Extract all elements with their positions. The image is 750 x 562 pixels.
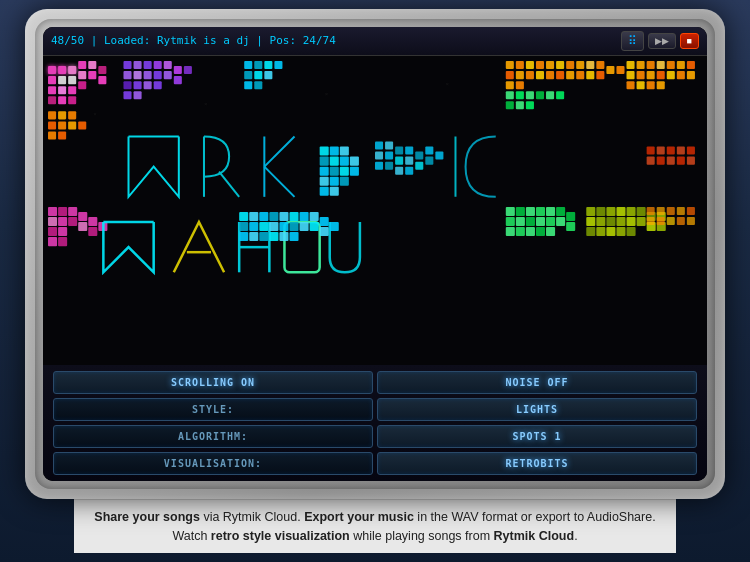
svg-rect-126 [340, 176, 349, 185]
svg-rect-32 [164, 61, 172, 69]
svg-rect-137 [415, 151, 423, 159]
status-controls: ⠿ ▶▶ ■ [621, 31, 699, 51]
visualisation-value-button[interactable]: RETROBITS [377, 452, 697, 475]
svg-rect-118 [340, 156, 349, 165]
screen-area: 48/50 | Loaded: Rytmik is a dj | Pos: 24… [43, 27, 707, 481]
visualisation-label: VISUALISATION: [53, 452, 373, 475]
scrolling-button[interactable]: SCROLLING ON [53, 371, 373, 394]
svg-rect-221 [616, 217, 625, 226]
svg-rect-19 [48, 111, 56, 119]
svg-rect-61 [556, 61, 564, 69]
svg-rect-42 [154, 81, 162, 89]
svg-rect-24 [68, 121, 76, 129]
grid-view-button[interactable]: ⠿ [621, 31, 644, 51]
svg-rect-175 [310, 212, 319, 221]
svg-rect-6 [58, 76, 66, 84]
svg-rect-132 [375, 151, 383, 159]
svg-rect-227 [596, 227, 605, 236]
svg-rect-249 [667, 207, 675, 215]
svg-rect-71 [556, 71, 564, 79]
caption-line1: Share your songs via Rytmik Cloud. Expor… [94, 510, 655, 524]
svg-rect-254 [667, 217, 675, 225]
svg-rect-38 [174, 66, 182, 74]
svg-rect-50 [274, 61, 282, 69]
svg-rect-250 [677, 207, 685, 215]
viz-area: × × × × [43, 56, 707, 365]
svg-rect-160 [88, 227, 97, 236]
svg-rect-173 [289, 212, 298, 221]
svg-rect-248 [657, 207, 665, 215]
svg-rect-198 [556, 207, 565, 216]
caption-export-suffix: in the WAV format or export to AudioShar… [414, 510, 656, 524]
svg-rect-75 [596, 71, 604, 79]
caption-retro-suffix: while playing songs from [350, 529, 494, 543]
svg-rect-189 [279, 232, 288, 241]
caption-export-bold: Export your music [304, 510, 414, 524]
svg-rect-82 [667, 61, 675, 69]
svg-rect-216 [627, 207, 636, 216]
caption-share-suffix: via Rytmik Cloud. [200, 510, 304, 524]
status-bar: 48/50 | Loaded: Rytmik is a dj | Pos: 24… [43, 27, 707, 56]
svg-rect-88 [637, 71, 645, 79]
svg-rect-10 [98, 66, 106, 74]
svg-rect-18 [68, 96, 76, 104]
svg-rect-48 [254, 61, 262, 69]
svg-rect-120 [320, 166, 329, 175]
svg-rect-116 [320, 156, 329, 165]
svg-rect-125 [330, 176, 339, 185]
svg-rect-223 [637, 217, 646, 226]
svg-rect-202 [536, 217, 545, 226]
svg-rect-151 [58, 217, 67, 226]
svg-rect-161 [98, 222, 107, 231]
svg-rect-208 [526, 227, 535, 236]
svg-rect-167 [284, 222, 319, 272]
svg-rect-211 [566, 222, 575, 231]
svg-line-112 [264, 166, 294, 196]
svg-rect-41 [144, 81, 152, 89]
svg-rect-56 [506, 61, 514, 69]
svg-rect-99 [516, 91, 524, 99]
play-forward-button[interactable]: ▶▶ [648, 33, 676, 49]
svg-rect-200 [516, 217, 525, 226]
svg-rect-143 [415, 161, 423, 169]
svg-rect-182 [300, 222, 309, 231]
svg-rect-183 [310, 222, 319, 231]
status-text: 48/50 | Loaded: Rytmik is a dj | Pos: 24… [51, 34, 336, 47]
svg-rect-252 [647, 217, 655, 225]
caption-line2: Watch retro style visualization while pl… [172, 529, 577, 543]
svg-rect-185 [239, 232, 248, 241]
noise-button[interactable]: NOISE OFF [377, 371, 697, 394]
svg-rect-147 [48, 207, 57, 216]
svg-rect-204 [556, 217, 565, 226]
svg-rect-245 [677, 156, 685, 164]
svg-rect-28 [123, 61, 131, 69]
svg-rect-100 [526, 91, 534, 99]
svg-rect-14 [78, 81, 86, 89]
algorithm-value-button[interactable]: SPOTS 1 [377, 425, 697, 448]
svg-rect-102 [546, 91, 554, 99]
svg-rect-197 [546, 207, 555, 216]
svg-rect-94 [627, 81, 635, 89]
svg-rect-131 [395, 146, 403, 154]
svg-rect-15 [98, 76, 106, 84]
svg-rect-244 [667, 156, 675, 164]
svg-rect-101 [536, 91, 544, 99]
svg-rect-43 [174, 76, 182, 84]
svg-rect-247 [647, 207, 655, 215]
svg-rect-187 [259, 232, 268, 241]
svg-rect-83 [677, 61, 685, 69]
svg-rect-36 [154, 71, 162, 79]
svg-rect-206 [506, 227, 515, 236]
svg-rect-72 [566, 71, 574, 79]
style-value-button[interactable]: LIGHTS [377, 398, 697, 421]
stop-button[interactable]: ■ [680, 33, 699, 49]
svg-rect-231 [647, 222, 656, 231]
svg-rect-168 [239, 212, 248, 221]
svg-rect-57 [516, 61, 524, 69]
svg-rect-53 [264, 71, 272, 79]
svg-rect-232 [657, 222, 666, 231]
svg-rect-172 [279, 212, 288, 221]
svg-rect-196 [536, 207, 545, 216]
stop-icon: ■ [687, 36, 692, 46]
svg-rect-149 [68, 207, 77, 216]
